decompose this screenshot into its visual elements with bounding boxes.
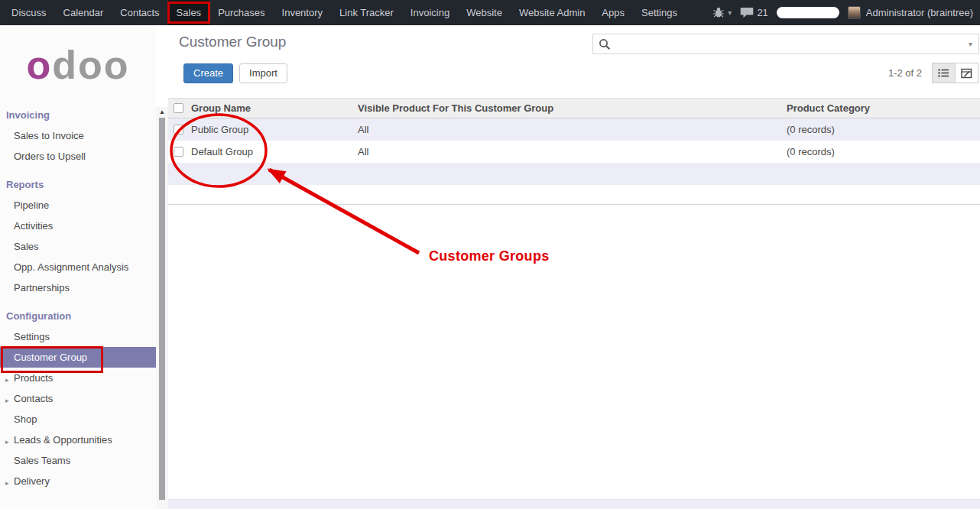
column-header-group-name[interactable]: Group Name bbox=[188, 102, 355, 114]
expand-caret-icon: ▸ bbox=[5, 395, 9, 407]
column-header-product-category[interactable]: Product Category bbox=[784, 102, 980, 114]
top-nav-item[interactable]: Calendar bbox=[55, 0, 112, 25]
cell-visible-product: All bbox=[355, 124, 784, 135]
sidebar-entry: ▸ Configuration bbox=[0, 298, 156, 326]
create-button[interactable]: Create bbox=[183, 63, 233, 83]
sidebar-entry-label: Activities bbox=[14, 220, 53, 232]
sidebar-entry[interactable]: ▸ Shop bbox=[0, 409, 156, 430]
sidebar-entry-label: Reports bbox=[6, 179, 44, 190]
sidebar-entry-label: Invoicing bbox=[6, 109, 50, 121]
top-nav-item[interactable]: Contacts bbox=[112, 0, 167, 25]
sidebar-entry-label: Shop bbox=[14, 413, 37, 425]
sidebar-entry-label: Configuration bbox=[6, 310, 71, 322]
row-checkbox[interactable] bbox=[174, 125, 183, 135]
debug-menu[interactable]: ▾ bbox=[712, 8, 732, 18]
sidebar-entry-label: Sales Teams bbox=[14, 455, 70, 466]
sidebar-entry-label: Customer Group bbox=[14, 352, 87, 363]
sidebar-entry[interactable]: ▸ Pipeline bbox=[0, 195, 156, 216]
sidebar-entry[interactable]: ▸ Settings bbox=[0, 326, 156, 347]
top-nav-item[interactable]: Purchases bbox=[209, 0, 273, 25]
sidebar-entry[interactable]: ▸ Opp. Assignment Analysis bbox=[0, 257, 156, 277]
view-switcher bbox=[932, 63, 978, 83]
top-nav-item[interactable]: Discuss bbox=[3, 0, 55, 25]
sidebar-entry[interactable]: ▸ Delivery bbox=[0, 471, 156, 491]
sidebar: odoo ▸ Invoicing ▸ Sales to Invoice ▸ Or… bbox=[0, 25, 156, 509]
select-all-checkbox[interactable] bbox=[174, 103, 183, 113]
table-header-row: Group Name Visible Product For This Cust… bbox=[168, 98, 980, 118]
top-nav-item[interactable]: Sales bbox=[168, 0, 210, 25]
top-nav-item[interactable]: Settings bbox=[633, 0, 686, 25]
cell-product-category: (0 records) bbox=[784, 124, 980, 135]
import-button[interactable]: Import bbox=[239, 63, 287, 83]
search-bar[interactable]: ▾ bbox=[592, 34, 979, 54]
search-options-caret-icon[interactable]: ▾ bbox=[964, 40, 972, 48]
control-buttons: Create Import bbox=[183, 63, 287, 83]
sidebar-entry[interactable]: ▸ Customer Group bbox=[0, 347, 156, 368]
top-nav-items: Discuss Calendar Contacts Sales Purchase… bbox=[0, 0, 686, 25]
sidebar-entry-label: Products bbox=[14, 372, 53, 384]
row-checkbox[interactable] bbox=[174, 147, 183, 157]
user-name: Administrator (braintree) bbox=[866, 7, 973, 18]
form-view-button[interactable] bbox=[955, 63, 978, 83]
sidebar-entry[interactable]: ▸ Sales Teams bbox=[0, 450, 156, 471]
sidebar-entry-label: Opp. Assignment Analysis bbox=[14, 261, 128, 273]
sidebar-entry-label: Orders to Upsell bbox=[14, 151, 86, 162]
control-panel: Customer Group ▾ Create Import 1-2 of 2 bbox=[168, 25, 980, 98]
sidebar-entry-label: Delivery bbox=[14, 475, 50, 487]
messages-icon bbox=[740, 7, 754, 18]
top-nav-item[interactable]: Apps bbox=[593, 0, 633, 25]
logo-letter: o bbox=[26, 43, 52, 87]
sidebar-entry-label: Contacts bbox=[14, 393, 53, 404]
top-nav-item[interactable]: Website Admin bbox=[511, 0, 593, 25]
top-nav-item[interactable]: Website bbox=[458, 0, 511, 25]
odoo-logo: odoo bbox=[0, 25, 156, 97]
empty-row bbox=[168, 185, 980, 205]
sidebar-entry[interactable]: ▸ Orders to Upsell bbox=[0, 146, 156, 167]
search-input[interactable] bbox=[615, 34, 964, 53]
systray: ▾ 21 Administrator (braintree) bbox=[712, 0, 980, 25]
sidebar-entry[interactable]: ▸ Partnerships bbox=[0, 277, 156, 298]
page: { "topbar": { "items": [ {"label": "Disc… bbox=[0, 0, 980, 509]
sidebar-entry: ▸ Reports bbox=[0, 167, 156, 195]
sidebar-entry[interactable]: ▸ Contacts bbox=[0, 388, 156, 409]
scrollbar-thumb[interactable] bbox=[159, 118, 165, 500]
expand-caret-icon: ▸ bbox=[5, 478, 9, 489]
cell-group-name: Default Group bbox=[188, 146, 355, 157]
sidebar-entry-label: Sales to Invoice bbox=[14, 130, 84, 141]
sidebar-entry-label: Leads & Opportunities bbox=[14, 434, 112, 446]
top-nav-item[interactable]: Inventory bbox=[274, 0, 331, 25]
logo-letters: doo bbox=[52, 43, 129, 87]
column-header-visible-product[interactable]: Visible Product For This Customer Group bbox=[355, 102, 784, 114]
bug-icon bbox=[712, 8, 725, 18]
expand-caret-icon: ▸ bbox=[5, 436, 9, 448]
top-nav-item[interactable]: Invoicing bbox=[402, 0, 458, 25]
user-menu[interactable]: Administrator (braintree) bbox=[848, 6, 973, 19]
systray-pill-indicator[interactable] bbox=[777, 7, 839, 18]
cell-visible-product: All bbox=[355, 146, 784, 157]
messages-count: 21 bbox=[757, 7, 767, 18]
sidebar-entry[interactable]: ▸ Products bbox=[0, 368, 156, 388]
sidebar-entry[interactable]: ▸ Activities bbox=[0, 216, 156, 236]
scroll-up-icon[interactable]: ▲ bbox=[156, 109, 168, 116]
top-nav: Discuss Calendar Contacts Sales Purchase… bbox=[0, 0, 980, 25]
page-title: Customer Group bbox=[179, 34, 286, 50]
pager-text: 1-2 of 2 bbox=[888, 67, 922, 79]
cell-product-category: (0 records) bbox=[784, 146, 980, 157]
messages-menu[interactable]: 21 bbox=[740, 7, 767, 18]
records-list: Group Name Visible Product For This Cust… bbox=[168, 98, 980, 205]
sidebar-entry[interactable]: ▸ Leads & Opportunities bbox=[0, 430, 156, 450]
sidebar-entry-label: Pipeline bbox=[14, 199, 49, 211]
list-view-button[interactable] bbox=[932, 63, 956, 83]
sidebar-entry-label: Sales bbox=[14, 241, 39, 252]
top-nav-item[interactable]: Link Tracker bbox=[331, 0, 402, 25]
sidebar-entry[interactable]: ▸ Sales to Invoice bbox=[0, 125, 156, 146]
sidebar-menu: ▸ Invoicing ▸ Sales to Invoice ▸ Orders … bbox=[0, 97, 156, 491]
sidebar-entry[interactable]: ▸ Sales bbox=[0, 236, 156, 257]
sidebar-entry-label: Settings bbox=[14, 331, 50, 342]
table-row[interactable]: Public Group All (0 records) bbox=[168, 118, 980, 141]
table-body: Public Group All (0 records) Default Gro… bbox=[168, 118, 980, 163]
list-view-icon bbox=[938, 68, 949, 78]
sidebar-entry-label: Partnerships bbox=[14, 282, 70, 293]
table-row[interactable]: Default Group All (0 records) bbox=[168, 141, 980, 163]
main-content: Customer Group ▾ Create Import 1-2 of 2 bbox=[168, 25, 980, 509]
